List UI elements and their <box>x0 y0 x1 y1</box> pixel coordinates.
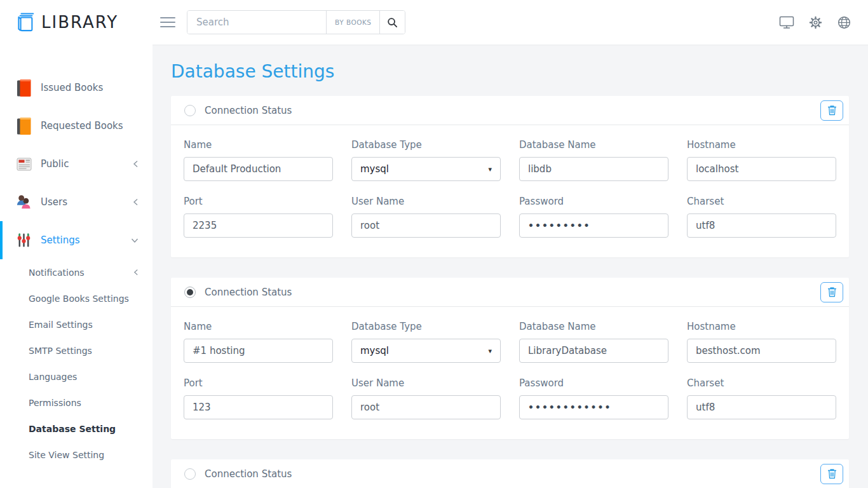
main-area: BY BOOKS <box>153 0 868 488</box>
delete-connection-button[interactable] <box>820 282 843 302</box>
port-input[interactable] <box>184 214 333 238</box>
red-book-icon <box>15 79 32 97</box>
charset-input[interactable] <box>687 395 836 419</box>
connection-card-1: Connection Status Name Database Type <box>171 96 849 257</box>
name-label: Name <box>184 321 333 332</box>
connection-card-2: Connection Status Name Database Type <box>171 278 849 439</box>
connection-status-radio[interactable] <box>184 105 196 116</box>
sliders-icon <box>15 231 32 249</box>
brand-logo[interactable]: LIBRARY <box>0 0 153 44</box>
submenu-item-google-books-settings[interactable]: Google Books Settings <box>0 285 153 311</box>
charset-label: Charset <box>687 196 836 207</box>
chevron-left-icon <box>133 198 139 206</box>
search-button[interactable] <box>379 11 405 34</box>
card-header: Connection Status <box>171 459 849 488</box>
page-title: Database Settings <box>171 61 849 82</box>
selected-option: mysql <box>360 163 389 175</box>
database-name-label: Database Name <box>519 139 668 151</box>
caret-down-icon: ▾ <box>488 166 492 173</box>
sidebar-item-label: Settings <box>41 234 80 246</box>
name-input[interactable] <box>184 157 333 181</box>
username-input[interactable] <box>351 214 501 238</box>
submenu-item-smtp-settings[interactable]: SMTP Settings <box>0 337 153 363</box>
database-type-select[interactable]: mysql ▾ <box>351 157 501 181</box>
submenu-item-database-setting[interactable]: Database Setting <box>0 416 153 442</box>
password-label: Password <box>519 377 668 389</box>
port-label: Port <box>184 377 333 389</box>
connection-status-radio[interactable] <box>184 468 196 480</box>
hostname-input[interactable] <box>687 339 836 363</box>
submenu-item-site-view-setting[interactable]: Site View Setting <box>0 442 153 468</box>
connection-status-radio[interactable] <box>184 287 196 298</box>
submenu-item-languages[interactable]: Languages <box>0 363 153 390</box>
orange-book-icon <box>15 117 32 135</box>
search-filter-button[interactable]: BY BOOKS <box>326 11 379 34</box>
display-icon[interactable] <box>779 15 794 29</box>
port-label: Port <box>184 196 333 207</box>
password-input[interactable] <box>519 395 668 419</box>
hostname-label: Hostname <box>687 321 836 332</box>
connection-card-3: Connection Status <box>171 459 849 488</box>
delete-connection-button[interactable] <box>820 464 843 484</box>
brand-name: LIBRARY <box>41 13 118 32</box>
delete-connection-button[interactable] <box>820 100 843 121</box>
sidebar-item-label: Public <box>41 158 69 170</box>
sidebar-item-settings[interactable]: Settings <box>0 221 153 259</box>
submenu-label: Database Setting <box>29 424 116 434</box>
sidebar-item-users[interactable]: Users <box>0 183 153 221</box>
hamburger-menu-icon[interactable] <box>160 17 175 27</box>
chevron-left-icon <box>133 268 139 278</box>
password-input[interactable] <box>519 214 668 238</box>
sidebar-item-label: Requested Books <box>41 120 123 132</box>
search-group: BY BOOKS <box>187 10 405 34</box>
connection-status-label: Connection Status <box>205 468 292 480</box>
connection-status-label: Connection Status <box>205 287 292 298</box>
database-name-input[interactable] <box>519 339 668 363</box>
username-label: User Name <box>351 196 501 207</box>
submenu-label: Site View Setting <box>29 450 104 460</box>
sidebar-item-label: Issued Books <box>41 82 103 93</box>
selected-option: mysql <box>360 345 389 356</box>
chevron-left-icon <box>133 160 139 168</box>
submenu-label: Email Settings <box>29 320 93 330</box>
hostname-input[interactable] <box>687 157 836 181</box>
topbar: BY BOOKS <box>153 0 868 44</box>
submenu-label: Notifications <box>29 268 85 278</box>
database-name-label: Database Name <box>519 321 668 332</box>
username-input[interactable] <box>351 395 501 419</box>
submenu-label: Permissions <box>29 398 81 408</box>
submenu-item-notifications[interactable]: Notifications <box>0 259 153 285</box>
gear-icon[interactable] <box>808 15 823 30</box>
database-type-label: Database Type <box>351 139 501 151</box>
name-input[interactable] <box>184 339 333 363</box>
port-input[interactable] <box>184 395 333 419</box>
content-area: Database Settings Connection Status <box>153 44 868 488</box>
book-logo-icon <box>17 11 36 33</box>
caret-down-icon: ▾ <box>488 348 492 355</box>
database-name-input[interactable] <box>519 157 668 181</box>
card-body: Name Database Type mysql ▾ Database Name… <box>171 125 849 257</box>
card-body: Name Database Type mysql ▾ Database Name… <box>171 307 849 439</box>
name-label: Name <box>184 139 333 151</box>
submenu-label: Languages <box>29 372 77 382</box>
sidebar-item-public[interactable]: Public <box>0 145 153 183</box>
submenu-label: SMTP Settings <box>29 346 92 356</box>
database-type-select[interactable]: mysql ▾ <box>351 339 501 363</box>
sidebar-item-requested-books[interactable]: Requested Books <box>0 107 153 145</box>
card-header: Connection Status <box>171 96 849 125</box>
database-type-label: Database Type <box>351 321 501 332</box>
app-window: LIBRARY Issued Books <box>0 0 868 488</box>
card-header: Connection Status <box>171 278 849 307</box>
trash-icon <box>827 287 837 297</box>
settings-submenu: Notifications Google Books Settings Emai… <box>0 259 153 468</box>
search-input[interactable] <box>187 11 326 34</box>
charset-input[interactable] <box>687 214 836 238</box>
sidebar-item-issued-books[interactable]: Issued Books <box>0 69 153 107</box>
submenu-label: Google Books Settings <box>29 294 129 304</box>
topbar-icons <box>779 15 851 30</box>
globe-icon[interactable] <box>837 15 851 30</box>
submenu-item-permissions[interactable]: Permissions <box>0 390 153 416</box>
sidebar: LIBRARY Issued Books <box>0 0 153 488</box>
submenu-item-email-settings[interactable]: Email Settings <box>0 311 153 337</box>
sidebar-item-label: Users <box>41 196 67 208</box>
